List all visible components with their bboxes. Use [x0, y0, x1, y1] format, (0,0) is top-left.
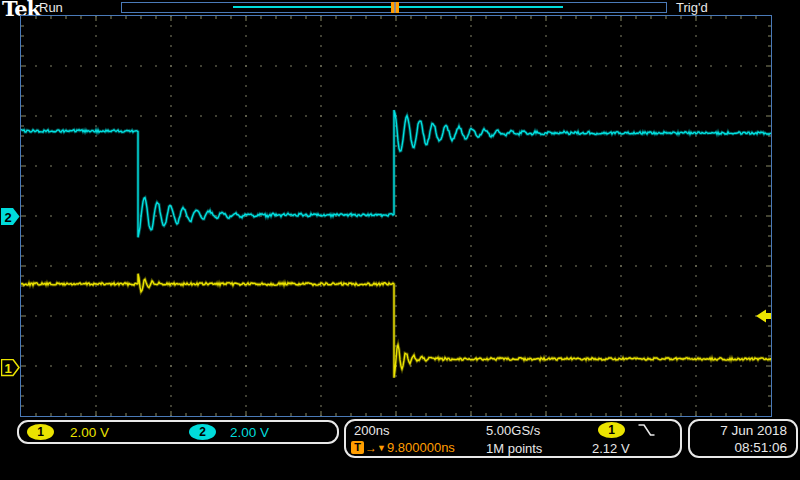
channel-2-badge: 2 — [189, 424, 216, 440]
record-view-bar — [121, 2, 667, 13]
channel-2-scale: 2.00 V — [230, 425, 269, 440]
acquisition-status: Run — [39, 0, 63, 15]
trigger-arrow-icon: → — [365, 441, 377, 455]
waveform-trace-glow — [21, 110, 771, 237]
channel-1-marker-label: 1 — [5, 361, 12, 376]
trigger-level-arrow-icon — [755, 308, 773, 324]
waveform-display — [21, 16, 771, 416]
trigger-marker-icon: ▼ — [377, 443, 386, 453]
oscilloscope-screen: Tek Run Trig'd T 2 1 1 2.00 V 2 2.00 V 2… — [0, 0, 800, 480]
trigger-status: Trig'd — [676, 0, 708, 15]
record-trigger-position-icon — [391, 2, 399, 13]
trigger-position-value: 9.800000ns — [387, 440, 455, 455]
channel-1-scale: 2.00 V — [70, 425, 109, 440]
trigger-falling-slope-icon — [637, 423, 656, 438]
channel-1-badge: 1 — [27, 424, 54, 440]
trigger-t-icon: T — [351, 441, 364, 454]
record-length-readout: 1M points — [486, 441, 542, 456]
trigger-level-readout: 2.12 V — [592, 441, 630, 456]
time-readout: 08:51:06 — [734, 440, 787, 455]
datetime-readout: 7 Jun 2018 08:51:06 — [688, 419, 798, 458]
horizontal-trigger-readout: 200ns 5.00GS/s 1 T→▼9.800000ns 1M points… — [344, 419, 682, 458]
date-readout: 7 Jun 2018 — [720, 423, 787, 438]
channel-2-marker-label: 2 — [5, 210, 12, 225]
record-trigger-core — [394, 2, 396, 13]
channel-2-ground-marker: 2 — [1, 208, 21, 226]
channel-scale-readout: 1 2.00 V 2 2.00 V — [17, 420, 339, 444]
sample-rate-readout: 5.00GS/s — [486, 423, 540, 438]
graticule — [20, 15, 772, 417]
timebase-readout: 200ns — [354, 423, 389, 438]
trigger-source-badge: 1 — [598, 422, 625, 438]
trigger-position-readout: T→▼9.800000ns — [351, 440, 455, 455]
channel-1-ground-marker: 1 — [1, 359, 21, 377]
